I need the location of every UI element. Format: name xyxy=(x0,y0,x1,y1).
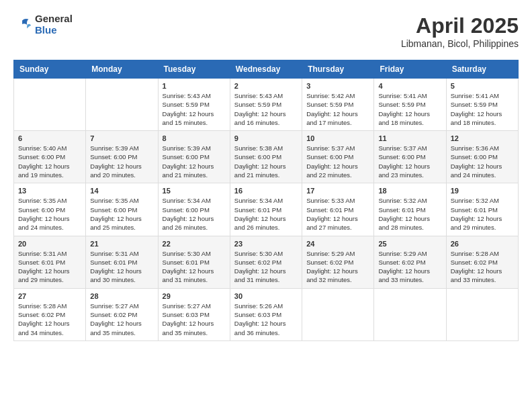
calendar-cell xyxy=(86,79,158,131)
day-info: Sunrise: 5:30 AM Sunset: 6:02 PM Dayligh… xyxy=(234,249,298,285)
logo-blue: Blue xyxy=(35,25,73,36)
day-info: Sunrise: 5:27 AM Sunset: 6:03 PM Dayligh… xyxy=(163,302,226,337)
day-info: Sunrise: 5:26 AM Sunset: 6:03 PM Dayligh… xyxy=(234,302,298,337)
day-info: Sunrise: 5:31 AM Sunset: 6:01 PM Dayligh… xyxy=(18,249,81,285)
day-number: 12 xyxy=(451,134,514,142)
day-number: 7 xyxy=(90,134,153,142)
day-of-week-header: Wednesday xyxy=(230,60,302,79)
day-info: Sunrise: 5:43 AM Sunset: 5:59 PM Dayligh… xyxy=(163,91,226,127)
day-number: 3 xyxy=(306,82,369,90)
day-number: 14 xyxy=(90,187,153,195)
day-info: Sunrise: 5:29 AM Sunset: 6:02 PM Dayligh… xyxy=(306,249,369,285)
location-title: Libmanan, Bicol, Philippines xyxy=(401,38,519,49)
month-title: April 2025 xyxy=(401,13,519,38)
calendar-cell xyxy=(446,288,518,340)
day-of-week-header: Friday xyxy=(374,60,446,79)
calendar-week-row: 27Sunrise: 5:28 AM Sunset: 6:02 PM Dayli… xyxy=(14,288,519,340)
day-info: Sunrise: 5:34 AM Sunset: 6:01 PM Dayligh… xyxy=(234,196,298,232)
calendar-cell: 27Sunrise: 5:28 AM Sunset: 6:02 PM Dayli… xyxy=(14,288,86,340)
calendar-cell: 18Sunrise: 5:32 AM Sunset: 6:01 PM Dayli… xyxy=(374,183,446,236)
calendar-cell: 5Sunrise: 5:41 AM Sunset: 5:59 PM Daylig… xyxy=(446,79,518,131)
calendar-cell xyxy=(374,288,446,340)
day-number: 10 xyxy=(306,134,369,142)
calendar-cell: 15Sunrise: 5:34 AM Sunset: 6:00 PM Dayli… xyxy=(158,183,230,236)
day-info: Sunrise: 5:43 AM Sunset: 5:59 PM Dayligh… xyxy=(234,91,298,127)
day-number: 25 xyxy=(378,240,441,248)
day-info: Sunrise: 5:28 AM Sunset: 6:02 PM Dayligh… xyxy=(18,302,81,337)
day-info: Sunrise: 5:37 AM Sunset: 6:00 PM Dayligh… xyxy=(378,144,441,179)
day-info: Sunrise: 5:39 AM Sunset: 6:00 PM Dayligh… xyxy=(90,144,153,179)
day-number: 11 xyxy=(378,134,441,142)
title-block: April 2025 Libmanan, Bicol, Philippines xyxy=(401,13,519,49)
day-number: 2 xyxy=(234,82,298,90)
day-number: 16 xyxy=(234,187,298,195)
calendar-cell: 21Sunrise: 5:31 AM Sunset: 6:01 PM Dayli… xyxy=(86,236,158,288)
calendar-cell: 28Sunrise: 5:27 AM Sunset: 6:02 PM Dayli… xyxy=(86,288,158,340)
day-info: Sunrise: 5:34 AM Sunset: 6:00 PM Dayligh… xyxy=(163,196,226,232)
day-number: 8 xyxy=(163,134,226,142)
calendar-cell xyxy=(14,79,86,131)
day-info: Sunrise: 5:31 AM Sunset: 6:01 PM Dayligh… xyxy=(90,249,153,285)
calendar-week-row: 6Sunrise: 5:40 AM Sunset: 6:00 PM Daylig… xyxy=(14,131,519,183)
calendar-cell: 4Sunrise: 5:41 AM Sunset: 5:59 PM Daylig… xyxy=(374,79,446,131)
day-number: 4 xyxy=(378,82,441,90)
day-of-week-header: Monday xyxy=(86,60,158,79)
day-info: Sunrise: 5:30 AM Sunset: 6:01 PM Dayligh… xyxy=(163,249,226,285)
calendar-cell: 17Sunrise: 5:33 AM Sunset: 6:01 PM Dayli… xyxy=(302,183,374,236)
day-number: 21 xyxy=(90,240,153,248)
calendar-cell: 30Sunrise: 5:26 AM Sunset: 6:03 PM Dayli… xyxy=(230,288,302,340)
calendar-cell: 1Sunrise: 5:43 AM Sunset: 5:59 PM Daylig… xyxy=(158,79,230,131)
day-info: Sunrise: 5:36 AM Sunset: 6:00 PM Dayligh… xyxy=(451,144,514,179)
day-info: Sunrise: 5:32 AM Sunset: 6:01 PM Dayligh… xyxy=(451,196,514,232)
day-of-week-header: Saturday xyxy=(446,60,518,79)
day-of-week-header: Thursday xyxy=(302,60,374,79)
calendar-cell: 9Sunrise: 5:38 AM Sunset: 6:00 PM Daylig… xyxy=(230,131,302,183)
calendar-cell: 29Sunrise: 5:27 AM Sunset: 6:03 PM Dayli… xyxy=(158,288,230,340)
calendar-cell: 6Sunrise: 5:40 AM Sunset: 6:00 PM Daylig… xyxy=(14,131,86,183)
day-number: 15 xyxy=(163,187,226,195)
day-number: 20 xyxy=(18,240,81,248)
logo-icon xyxy=(13,15,32,34)
logo-text: General Blue xyxy=(35,13,73,36)
calendar-cell xyxy=(302,288,374,340)
calendar-cell: 20Sunrise: 5:31 AM Sunset: 6:01 PM Dayli… xyxy=(14,236,86,288)
day-info: Sunrise: 5:38 AM Sunset: 6:00 PM Dayligh… xyxy=(234,144,298,179)
calendar-table: SundayMondayTuesdayWednesdayThursdayFrid… xyxy=(13,60,519,341)
day-number: 28 xyxy=(90,292,153,300)
day-info: Sunrise: 5:28 AM Sunset: 6:02 PM Dayligh… xyxy=(451,249,514,285)
calendar-cell: 13Sunrise: 5:35 AM Sunset: 6:00 PM Dayli… xyxy=(14,183,86,236)
day-info: Sunrise: 5:41 AM Sunset: 5:59 PM Dayligh… xyxy=(451,91,514,127)
day-of-week-header: Tuesday xyxy=(158,60,230,79)
calendar-week-row: 20Sunrise: 5:31 AM Sunset: 6:01 PM Dayli… xyxy=(14,236,519,288)
day-info: Sunrise: 5:35 AM Sunset: 6:00 PM Dayligh… xyxy=(18,196,81,232)
day-number: 27 xyxy=(18,292,81,300)
day-info: Sunrise: 5:40 AM Sunset: 6:00 PM Dayligh… xyxy=(18,144,81,179)
day-number: 19 xyxy=(451,187,514,195)
day-number: 5 xyxy=(451,82,514,90)
calendar-cell: 12Sunrise: 5:36 AM Sunset: 6:00 PM Dayli… xyxy=(446,131,518,183)
calendar-week-row: 13Sunrise: 5:35 AM Sunset: 6:00 PM Dayli… xyxy=(14,183,519,236)
day-number: 17 xyxy=(306,187,369,195)
day-number: 24 xyxy=(306,240,369,248)
calendar-cell: 25Sunrise: 5:29 AM Sunset: 6:02 PM Dayli… xyxy=(374,236,446,288)
day-number: 23 xyxy=(234,240,298,248)
calendar-cell: 14Sunrise: 5:35 AM Sunset: 6:00 PM Dayli… xyxy=(86,183,158,236)
calendar-cell: 7Sunrise: 5:39 AM Sunset: 6:00 PM Daylig… xyxy=(86,131,158,183)
calendar-cell: 23Sunrise: 5:30 AM Sunset: 6:02 PM Dayli… xyxy=(230,236,302,288)
day-number: 29 xyxy=(163,292,226,300)
calendar-cell: 26Sunrise: 5:28 AM Sunset: 6:02 PM Dayli… xyxy=(446,236,518,288)
calendar-cell: 10Sunrise: 5:37 AM Sunset: 6:00 PM Dayli… xyxy=(302,131,374,183)
calendar-cell: 8Sunrise: 5:39 AM Sunset: 6:00 PM Daylig… xyxy=(158,131,230,183)
day-info: Sunrise: 5:39 AM Sunset: 6:00 PM Dayligh… xyxy=(163,144,226,179)
calendar-header-row: SundayMondayTuesdayWednesdayThursdayFrid… xyxy=(14,60,519,79)
day-info: Sunrise: 5:29 AM Sunset: 6:02 PM Dayligh… xyxy=(378,249,441,285)
day-number: 1 xyxy=(163,82,226,90)
calendar-week-row: 1Sunrise: 5:43 AM Sunset: 5:59 PM Daylig… xyxy=(14,79,519,131)
calendar-cell: 11Sunrise: 5:37 AM Sunset: 6:00 PM Dayli… xyxy=(374,131,446,183)
day-info: Sunrise: 5:41 AM Sunset: 5:59 PM Dayligh… xyxy=(378,91,441,127)
day-info: Sunrise: 5:27 AM Sunset: 6:02 PM Dayligh… xyxy=(90,302,153,337)
day-number: 30 xyxy=(234,292,298,300)
day-number: 6 xyxy=(18,134,81,142)
day-number: 13 xyxy=(18,187,81,195)
day-number: 9 xyxy=(234,134,298,142)
